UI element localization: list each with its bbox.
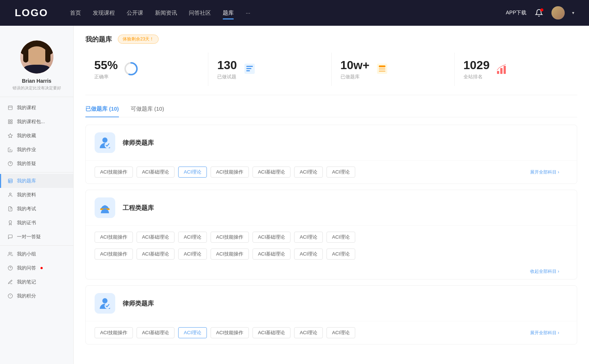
logo[interactable]: LOGO: [15, 7, 48, 19]
bank-tag[interactable]: ACI基础理论: [137, 327, 175, 338]
cert-icon: [7, 220, 13, 226]
bank-card-2-title: 工程类题库: [123, 204, 154, 212]
bank-tag[interactable]: ACI理论: [294, 327, 323, 338]
stat-rank-label: 全站排名: [463, 74, 490, 80]
svg-rect-5: [11, 122, 12, 124]
bank-tag[interactable]: ACI理论: [294, 249, 323, 260]
svg-rect-0: [8, 106, 13, 110]
favorites-icon: [7, 133, 13, 139]
bank-tag[interactable]: ACI理论: [178, 249, 207, 260]
svg-rect-36: [504, 66, 506, 74]
sidebar-item-profile[interactable]: 我的资料: [0, 188, 73, 202]
sidebar-item-exam[interactable]: 我的考试: [0, 202, 73, 216]
bank-tag[interactable]: ACI理论: [327, 167, 355, 178]
qa-icon: [7, 161, 13, 167]
notification-bell[interactable]: [534, 8, 544, 18]
homework-icon: [7, 147, 13, 153]
expand-link-3[interactable]: 展开全部科目 ›: [530, 330, 568, 336]
divider2: [0, 245, 73, 246]
bank-card-3-header: 律师类题库: [86, 286, 577, 321]
bank-tag[interactable]: ACI基础理论: [253, 327, 291, 338]
nav-more[interactable]: ···: [246, 10, 250, 17]
sidebar-item-groups[interactable]: 我的小组: [0, 247, 73, 261]
svg-rect-27: [246, 66, 253, 67]
bank-tag[interactable]: ACI技能操作: [211, 249, 249, 260]
stat-accuracy: 55% 正确率: [85, 53, 208, 86]
nav-links: 首页 发现课程 公开课 新闻资讯 问答社区 题库 ···: [70, 10, 491, 17]
bank-tag-active[interactable]: ACI理论: [178, 167, 207, 178]
bank-tag[interactable]: ACI技能操作: [211, 327, 249, 338]
bank-tag[interactable]: ACI基础理论: [253, 232, 291, 243]
bank-card-1: 律师类题库 ACI技能操作 ACI基础理论 ACI理论 ACI技能操作 ACI基…: [85, 125, 577, 184]
svg-rect-29: [246, 70, 250, 71]
bank-tag[interactable]: ACI技能操作: [95, 327, 133, 338]
bank-card-2: 工程类题库 ACI技能操作 ACI基础理论 ACI理论 ACI技能操作 ACI基…: [85, 190, 577, 279]
stats-row: 55% 正确率 130 已做试题: [85, 53, 577, 95]
1on1-icon: [7, 234, 13, 240]
bank-card-2-header: 工程类题库: [86, 190, 577, 226]
stat-done-banks-value-group: 10w+ 已做题库: [341, 58, 370, 80]
bank-tag[interactable]: ACI基础理论: [137, 167, 175, 178]
sidebar-item-1on1[interactable]: 一对一答疑: [0, 230, 73, 244]
bank-tag[interactable]: ACI理论: [294, 232, 323, 243]
collapse-link-2[interactable]: 收起全部科目 ›: [530, 268, 568, 275]
nav-news[interactable]: 新闻资讯: [155, 10, 177, 17]
bank-tag[interactable]: ACI基础理论: [253, 167, 291, 178]
page-title: 我的题库: [85, 35, 112, 44]
svg-point-37: [102, 138, 107, 143]
bank-card-3: 律师类题库 ACI技能操作 ACI基础理论 ACI理论 ACI技能操作 ACI基…: [85, 285, 577, 345]
bank-tag[interactable]: ACI理论: [327, 249, 355, 260]
bank-tag[interactable]: ACI基础理论: [137, 249, 175, 260]
tabs-row: 已做题库 (10) 可做题库 (10): [85, 106, 577, 117]
trial-badge: 体验剩余23天！: [118, 35, 159, 44]
tab-available-banks[interactable]: 可做题库 (10): [131, 106, 164, 117]
svg-point-15: [10, 193, 11, 195]
bank-tag[interactable]: ACI理论: [327, 232, 355, 243]
profile-chevron-icon[interactable]: ▾: [572, 10, 574, 15]
sidebar-item-favorites[interactable]: 我的收藏: [0, 129, 73, 143]
bank-tag[interactable]: ACI技能操作: [95, 249, 133, 260]
sheet-icon: [243, 62, 256, 77]
bank-tag[interactable]: ACI理论: [294, 167, 323, 178]
bank-tag[interactable]: ACI技能操作: [211, 167, 249, 178]
sidebar-item-qa[interactable]: 我的答疑: [0, 157, 73, 171]
bank-tag[interactable]: ACI技能操作: [211, 232, 249, 243]
bank-tag[interactable]: ACI基础理论: [253, 249, 291, 260]
tab-done-banks[interactable]: 已做题库 (10): [85, 106, 119, 117]
bank-tag-active[interactable]: ACI理论: [178, 327, 207, 338]
sidebar-item-homework[interactable]: 我的作业: [0, 143, 73, 157]
bank-tag[interactable]: ACI理论: [327, 327, 355, 338]
app-download-link[interactable]: APP下载: [506, 10, 526, 16]
bank-tag[interactable]: ACI技能操作: [95, 167, 133, 178]
sidebar-item-notes[interactable]: 我的笔记: [0, 275, 73, 289]
myqa-dot: [40, 267, 43, 269]
sidebar-item-coursepack[interactable]: 我的课程包...: [0, 115, 73, 129]
sidebar-item-label: 我的笔记: [17, 279, 36, 285]
sidebar-item-points[interactable]: 我的积分: [0, 289, 73, 303]
bank-tag[interactable]: ACI技能操作: [95, 232, 133, 243]
expand-link-1[interactable]: 展开全部科目 ›: [530, 169, 568, 175]
sidebar-item-cert[interactable]: 我的证书: [0, 216, 73, 230]
sidebar-item-questionbank[interactable]: 我的题库: [0, 174, 73, 188]
bank-tag[interactable]: ACI理论: [178, 232, 207, 243]
nav-opencourse[interactable]: 公开课: [127, 10, 143, 17]
sidebar-username: Brian Harris: [7, 78, 66, 84]
bank-tag[interactable]: ACI基础理论: [137, 232, 175, 243]
points-icon: [7, 293, 13, 299]
sidebar-motto: 错误的决定比没有决定要好: [7, 85, 66, 91]
notification-dot: [540, 8, 543, 11]
svg-rect-11: [8, 179, 13, 183]
svg-marker-6: [8, 133, 13, 138]
questionbank-icon: [7, 178, 13, 184]
nav-discover[interactable]: 发现课程: [93, 10, 115, 17]
bank-card-1-title: 律师类题库: [123, 139, 154, 147]
nav-qa[interactable]: 问答社区: [189, 10, 211, 17]
sidebar-avatar: [20, 40, 53, 74]
sidebar-item-myqa[interactable]: 我的问答: [0, 261, 73, 275]
nav-home[interactable]: 首页: [70, 10, 81, 17]
stat-rank: 1029 全站排名: [455, 53, 577, 86]
stat-accuracy-value: 55%: [94, 58, 118, 72]
avatar[interactable]: [551, 6, 565, 19]
sidebar-item-courses[interactable]: 我的课程: [0, 101, 73, 115]
nav-bank[interactable]: 题库: [223, 10, 234, 17]
